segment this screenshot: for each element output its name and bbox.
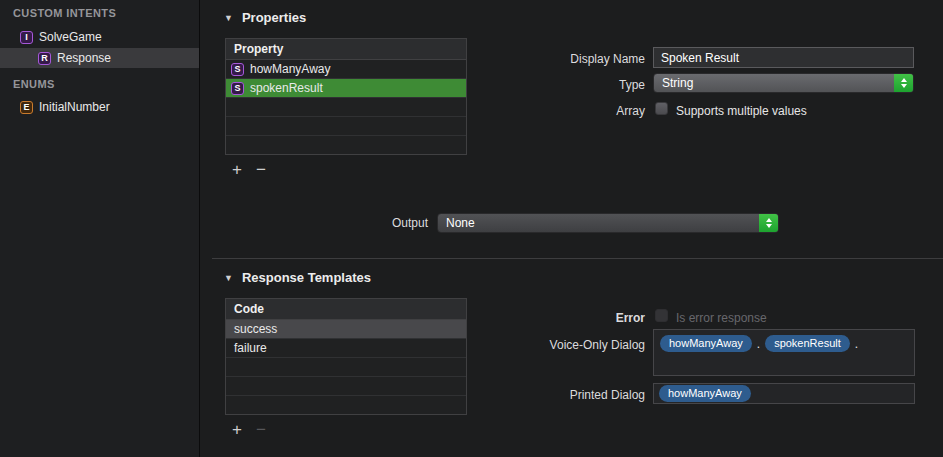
property-name: spokenResult bbox=[250, 81, 323, 95]
code-name: failure bbox=[234, 341, 267, 355]
response-templates-table: Code success failure bbox=[225, 298, 467, 415]
sidebar-item-response[interactable]: R Response bbox=[0, 48, 199, 68]
custom-intents-section-title: CUSTOM INTENTS bbox=[13, 7, 116, 19]
voice-only-dialog-field[interactable]: howManyAway . spokenResult . bbox=[653, 329, 915, 376]
enum-icon: E bbox=[20, 101, 33, 114]
sidebar-item-solvegame[interactable]: I SolveGame bbox=[0, 27, 199, 47]
remove-template-button[interactable]: − bbox=[256, 421, 266, 438]
error-checkbox-label: Is error response bbox=[676, 311, 767, 325]
printed-dialog-field[interactable]: howManyAway bbox=[653, 383, 915, 404]
response-templates-section-title: Response Templates bbox=[242, 270, 371, 285]
remove-property-button[interactable]: − bbox=[256, 161, 266, 178]
properties-section-title: Properties bbox=[242, 10, 306, 25]
stepper-chevrons-icon bbox=[759, 214, 778, 232]
table-row-empty bbox=[226, 377, 466, 396]
stepper-chevrons-icon bbox=[894, 74, 913, 92]
sidebar-item-initialnumber[interactable]: E InitialNumber bbox=[0, 97, 199, 117]
type-selected-value: String bbox=[654, 76, 894, 90]
table-row-empty bbox=[226, 98, 466, 117]
dialog-text: . bbox=[757, 335, 760, 351]
table-row-empty bbox=[226, 136, 466, 155]
code-table-header: Code bbox=[226, 299, 466, 320]
response-templates-section-header[interactable]: ▼ Response Templates bbox=[224, 270, 371, 285]
string-type-icon: S bbox=[231, 82, 244, 95]
output-selected-value: None bbox=[438, 216, 759, 230]
display-name-input[interactable] bbox=[653, 47, 914, 68]
intent-icon: I bbox=[20, 31, 33, 44]
enums-section-title: ENUMS bbox=[13, 78, 55, 90]
array-checkbox[interactable] bbox=[655, 102, 668, 115]
properties-table-header: Property bbox=[226, 39, 466, 60]
sidebar-item-label: SolveGame bbox=[39, 30, 102, 44]
table-row-empty bbox=[226, 396, 466, 415]
disclosure-triangle-icon[interactable]: ▼ bbox=[224, 273, 233, 283]
property-name: howManyAway bbox=[250, 62, 330, 76]
table-row-howmanyaway[interactable]: S howManyAway bbox=[226, 60, 466, 79]
sidebar: CUSTOM INTENTS I SolveGame R Response EN… bbox=[0, 0, 200, 457]
parameter-token-pill[interactable]: howManyAway bbox=[659, 385, 751, 402]
response-icon: R bbox=[38, 52, 51, 65]
disclosure-triangle-icon[interactable]: ▼ bbox=[224, 13, 233, 23]
table-row-empty bbox=[226, 117, 466, 136]
properties-table: Property S howManyAway S spokenResult bbox=[225, 38, 467, 155]
sidebar-item-label: InitialNumber bbox=[39, 100, 110, 114]
dialog-text: . bbox=[855, 335, 858, 351]
string-type-icon: S bbox=[231, 63, 244, 76]
table-row-spokenresult[interactable]: S spokenResult bbox=[226, 79, 466, 98]
intent-editor-window: CUSTOM INTENTS I SolveGame R Response EN… bbox=[0, 0, 943, 457]
type-select[interactable]: String bbox=[653, 73, 914, 93]
output-select[interactable]: None bbox=[437, 213, 779, 233]
add-property-button[interactable]: + bbox=[232, 161, 242, 178]
error-checkbox[interactable] bbox=[655, 309, 668, 322]
section-divider bbox=[212, 258, 943, 259]
properties-section-header[interactable]: ▼ Properties bbox=[224, 10, 306, 25]
parameter-token-pill[interactable]: spokenResult bbox=[765, 335, 850, 352]
table-row-failure[interactable]: failure bbox=[226, 339, 466, 358]
add-template-button[interactable]: + bbox=[232, 421, 242, 438]
sidebar-item-label: Response bbox=[57, 51, 111, 65]
table-row-empty bbox=[226, 358, 466, 377]
code-name: success bbox=[234, 322, 277, 336]
parameter-token-pill[interactable]: howManyAway bbox=[660, 335, 752, 352]
array-checkbox-label: Supports multiple values bbox=[676, 104, 807, 118]
table-row-success[interactable]: success bbox=[226, 320, 466, 339]
